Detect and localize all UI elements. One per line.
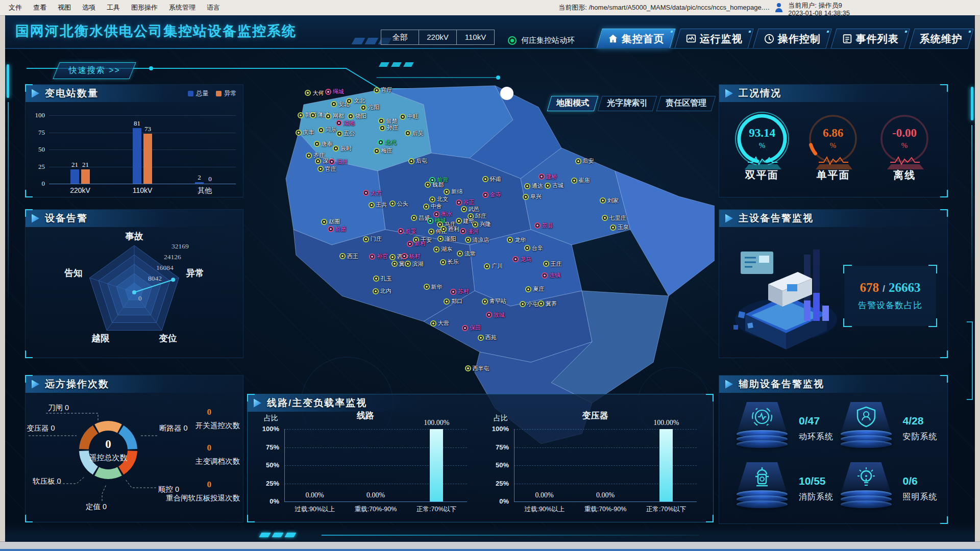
map-station-后吴[interactable]: 后吴 <box>405 130 424 137</box>
map-station-台辛[interactable]: 台辛 <box>524 244 543 252</box>
voltage-filter-110kV[interactable]: 110kV <box>456 30 495 45</box>
map-station-前磨[interactable]: 前磨 <box>328 226 347 233</box>
map-station-湖东[interactable]: 湖东 <box>433 245 452 253</box>
map-station-金寺[interactable]: 金寺 <box>482 191 501 198</box>
map-station-滏阳[interactable]: 滏阳 <box>437 235 456 243</box>
nav-运行监视[interactable]: 运行监视 <box>674 29 753 49</box>
map-station-建华[interactable]: 建华 <box>456 217 475 225</box>
map-mode-地图模式[interactable]: 地图模式 <box>547 96 599 111</box>
map-station-滋池[interactable]: 滋池 <box>336 119 355 127</box>
map-station-杨村[interactable]: 杨村 <box>401 253 420 260</box>
map-station-冀养[interactable]: 冀养 <box>538 300 557 308</box>
map-station-北内[interactable]: 北内 <box>373 287 391 295</box>
map-station-北代[interactable]: 北代 <box>378 139 397 146</box>
map-station-故城[interactable]: 故城 <box>486 311 505 319</box>
map-station-中舍[interactable]: 中舍 <box>423 203 442 210</box>
map-station-连镇[interactable]: 连镇 <box>542 271 560 279</box>
aux-system-动环系统[interactable]: 0/47动环系统 <box>732 400 837 457</box>
map-station-公头[interactable]: 公头 <box>389 200 408 208</box>
station-marker-icon <box>401 253 407 259</box>
map-station-王共[interactable]: 王共 <box>369 201 387 209</box>
map-station-夏庄[interactable]: 夏庄 <box>525 285 544 293</box>
map-station-西半屯[interactable]: 西半屯 <box>465 365 489 372</box>
voltage-filter-220kV[interactable]: 220kV <box>419 30 457 45</box>
map-station-前妥[interactable]: 前妥 <box>398 228 416 235</box>
map-station-青罕站[interactable]: 青罕站 <box>482 297 506 305</box>
map-station-景县[interactable]: 景县 <box>534 222 553 230</box>
map-station-龙马[interactable]: 龙马 <box>512 256 531 263</box>
map-station-新华[interactable]: 新华 <box>424 283 443 291</box>
menu-item-图形操作[interactable]: 图形操作 <box>126 3 163 12</box>
menu-item-查看[interactable]: 查看 <box>28 3 52 12</box>
map-station-孙庄[interactable]: 孙庄 <box>379 124 398 132</box>
map-station-小屯[interactable]: 小屯 <box>520 300 538 308</box>
map-station-刘家[interactable]: 刘家 <box>600 197 619 205</box>
map-station-门庄[interactable]: 门庄 <box>363 235 382 243</box>
map-station-西苑[interactable]: 西苑 <box>478 334 497 341</box>
map-station-广川[interactable]: 广川 <box>484 262 503 270</box>
nav-操作控制[interactable]: 操作控制 <box>752 29 831 49</box>
menu-item-工具[interactable]: 工具 <box>101 3 126 12</box>
map-station-玉泉[interactable]: 玉泉 <box>610 223 629 231</box>
menu-item-选项[interactable]: 选项 <box>77 3 101 12</box>
map-mode-责任区管理[interactable]: 责任区管理 <box>656 96 716 111</box>
map-station-沱阳[interactable]: 沱阳 <box>360 104 379 111</box>
map-station-滏河[interactable]: 滏河 <box>460 228 479 235</box>
map-station-大何[interactable]: 大何 <box>305 89 324 97</box>
map-station-通达[interactable]: 通达 <box>524 182 543 190</box>
nav-集控首页[interactable]: 集控首页 <box>596 29 675 49</box>
nav-系统维护[interactable]: 系统维护 <box>909 29 973 49</box>
map-station-滨湖[interactable]: 滨湖 <box>405 260 424 268</box>
map-station-崔庙[interactable]: 崔庙 <box>571 177 590 184</box>
map-mode-光字牌索引[interactable]: 光字牌索引 <box>598 96 657 111</box>
voltage-filter-全部[interactable]: 全部 <box>381 30 419 45</box>
map-station-古城[interactable]: 古城 <box>545 182 564 189</box>
map-station-阜兴[interactable]: 阜兴 <box>523 193 542 201</box>
station-indicator[interactable]: 何庄集控站动环 <box>508 36 575 45</box>
map-station-官厅[interactable]: 官厅 <box>374 86 393 94</box>
map-station-后屯[interactable]: 后屯 <box>408 157 427 165</box>
map-station-七里庄[interactable]: 七里庄 <box>602 214 626 222</box>
menu-item-系统管理[interactable]: 系统管理 <box>163 3 201 12</box>
map-station-郑口[interactable]: 郑口 <box>444 297 462 305</box>
map-station-苏村[interactable]: 苏村 <box>450 288 469 295</box>
map-station-长乐[interactable]: 长乐 <box>440 258 459 266</box>
map-station-大营[interactable]: 大营 <box>430 319 449 327</box>
map-station-王庄[interactable]: 王庄 <box>543 260 562 268</box>
map-station-五公[interactable]: 五公 <box>336 130 355 137</box>
map-station-新村[interactable]: 新村 <box>407 240 426 247</box>
menu-item-文件[interactable]: 文件 <box>3 3 28 12</box>
map-station-流常[interactable]: 流常 <box>457 250 476 258</box>
quick-search-button[interactable]: 快速搜索 >> <box>53 62 136 79</box>
map-station-中旺[interactable]: 中旺 <box>400 113 419 120</box>
map-station-建桥[interactable]: 建桥 <box>538 173 557 181</box>
map-station-西王[interactable]: 西王 <box>339 253 358 260</box>
map-station-旧州[interactable]: 旧州 <box>329 158 348 166</box>
map-station-辰时[interactable]: 辰时 <box>333 145 352 153</box>
aux-system-安防系统[interactable]: 4/28安防系统 <box>837 400 941 457</box>
map-station-补官[interactable]: 补官 <box>369 253 388 260</box>
menu-item-语言[interactable]: 语言 <box>201 3 226 12</box>
map-station-保田[interactable]: 保田 <box>462 324 481 332</box>
map-station-绳城[interactable]: 绳城 <box>325 88 344 95</box>
map-station-庆丰[interactable]: 庆丰 <box>296 129 314 136</box>
map-station-唐奉[interactable]: 唐奉 <box>314 140 333 148</box>
map-station-胜利[interactable]: 胜利 <box>440 226 459 233</box>
map-station-官庄[interactable]: 官庄 <box>317 165 336 173</box>
map-station-清凉店[interactable]: 清凉店 <box>465 236 489 244</box>
aux-system-照明系统[interactable]: 0/6照明系统 <box>837 460 941 517</box>
map-station-魏郡[interactable]: 魏郡 <box>425 181 444 189</box>
map-station-孔玉[interactable]: 孔玉 <box>373 275 392 283</box>
map-station-赵圈[interactable]: 赵圈 <box>321 218 340 226</box>
map-station-北文[interactable]: 北文 <box>429 195 448 203</box>
menu-item-视图[interactable]: 视图 <box>52 3 77 12</box>
aux-system-消防系统[interactable]: 10/55消防系统 <box>732 460 837 517</box>
nav-事件列表[interactable]: 事件列表 <box>830 29 910 49</box>
map-station-后安[interactable]: 后安 <box>575 157 594 165</box>
map-station-梅庄[interactable]: 梅庄 <box>374 147 393 155</box>
map-station-太古[interactable]: 太古 <box>363 189 382 197</box>
map-station-龙华[interactable]: 龙华 <box>507 236 526 244</box>
map-station-新绵[interactable]: 新绵 <box>444 188 462 195</box>
map-station-怀甫[interactable]: 怀甫 <box>482 176 501 183</box>
map-station-同乐[interactable]: 同乐 <box>318 126 337 134</box>
